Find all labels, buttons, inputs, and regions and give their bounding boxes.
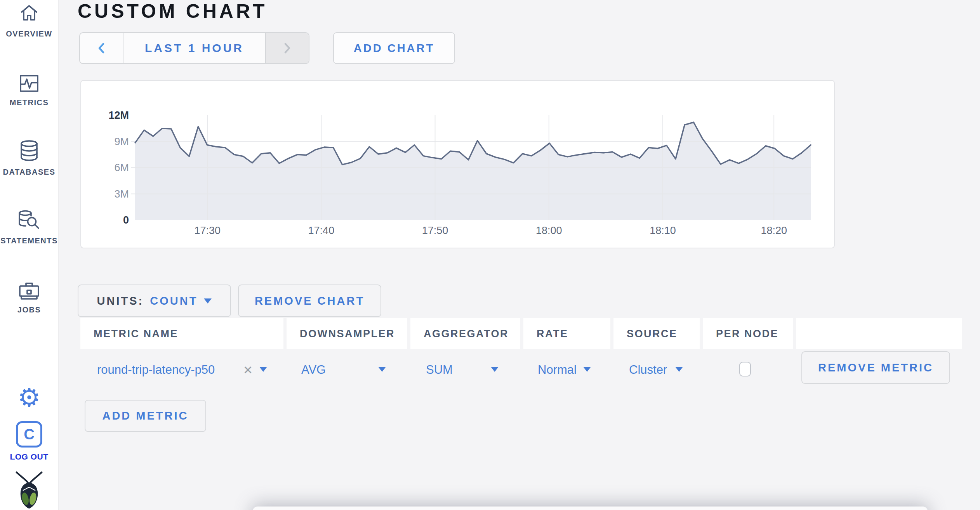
svg-text:12M: 12M	[108, 109, 129, 121]
sidebar-item-label: METRICS	[10, 98, 49, 107]
sidebar-item-label: DATABASES	[3, 168, 56, 177]
gear-icon: ⚙	[17, 384, 40, 411]
sidebar: OVERVIEW METRICS DATABASES STATEMENTS	[0, 0, 59, 510]
units-value: COUNT	[150, 295, 198, 307]
chevron-right-icon	[283, 42, 291, 54]
sidebar-item-label: OVERVIEW	[6, 29, 52, 38]
svg-text:9M: 9M	[114, 136, 129, 147]
cockroach-bug-icon	[12, 470, 46, 510]
sidebar-item-databases[interactable]: DATABASES	[0, 140, 58, 177]
aggregator-dropdown[interactable]: SUM	[426, 363, 453, 377]
aggregator-caret-icon[interactable]	[491, 367, 499, 372]
column-header-rate: RATE	[523, 318, 610, 349]
latency-chart: 17:3017:4017:5018:0018:1018:2003M6M9M12M	[81, 81, 834, 248]
sidebar-item-overview[interactable]: OVERVIEW	[0, 4, 58, 38]
sidebar-item-label: JOBS	[17, 305, 41, 314]
svg-text:18:00: 18:00	[536, 225, 562, 236]
source-caret-icon[interactable]	[675, 367, 683, 372]
downsampler-dropdown[interactable]: AVG	[301, 363, 326, 377]
svg-text:6M: 6M	[114, 162, 129, 173]
chevron-left-icon	[97, 42, 105, 54]
metrics-icon	[19, 75, 39, 92]
time-range-selector: LAST 1 HOUR	[79, 32, 309, 64]
add-metric-button[interactable]: ADD METRIC	[85, 400, 206, 432]
per-node-checkbox[interactable]	[739, 362, 751, 376]
sidebar-item-metrics[interactable]: METRICS	[0, 75, 58, 107]
svg-text:0: 0	[123, 214, 129, 226]
remove-chart-button[interactable]: REMOVE CHART	[238, 284, 381, 317]
column-header-aggregator: AGGREGATOR	[410, 318, 520, 349]
svg-text:17:50: 17:50	[422, 225, 448, 236]
sidebar-item-statements[interactable]: STATEMENTS	[0, 210, 58, 245]
cockroach-logo	[0, 470, 58, 510]
remove-metric-button[interactable]: REMOVE METRIC	[801, 351, 950, 384]
svg-text:17:40: 17:40	[308, 225, 335, 236]
column-header-actions	[796, 318, 962, 349]
next-card-shadow	[252, 507, 928, 510]
svg-text:17:30: 17:30	[194, 225, 221, 236]
time-range-prev-button[interactable]	[80, 33, 123, 63]
home-icon	[20, 4, 38, 23]
add-chart-button[interactable]: ADD CHART	[333, 32, 455, 64]
chevron-down-icon	[204, 298, 212, 304]
settings-button[interactable]: ⚙	[0, 384, 58, 411]
column-header-source: SOURCE	[613, 318, 700, 349]
column-header-metric-name: METRIC NAME	[80, 318, 283, 349]
rate-caret-icon[interactable]	[583, 367, 591, 372]
sidebar-item-jobs[interactable]: JOBS	[0, 281, 58, 314]
column-header-downsampler: DOWNSAMPLER	[287, 318, 407, 349]
logout-button[interactable]: C LOG OUT	[0, 421, 58, 461]
source-dropdown[interactable]: Cluster	[629, 363, 667, 377]
cockroach-c-icon: C	[16, 421, 42, 448]
svg-text:18:20: 18:20	[761, 225, 787, 236]
rate-dropdown[interactable]: Normal	[538, 363, 577, 377]
database-icon	[19, 140, 40, 161]
sidebar-item-label: STATEMENTS	[0, 236, 58, 245]
time-range-next-button[interactable]	[265, 33, 309, 63]
chart-card: 17:3017:4017:5018:0018:1018:2003M6M9M12M	[80, 80, 835, 248]
downsampler-caret-icon[interactable]	[378, 367, 386, 372]
metric-name-caret-icon[interactable]	[259, 367, 267, 372]
logout-label: LOG OUT	[10, 452, 48, 461]
time-range-label[interactable]: LAST 1 HOUR	[123, 33, 265, 63]
svg-text:3M: 3M	[114, 188, 129, 200]
statements-icon	[17, 210, 41, 232]
clear-metric-icon[interactable]: ✕	[243, 363, 253, 377]
units-dropdown[interactable]: UNITS: COUNT	[78, 284, 231, 317]
briefcase-icon	[18, 281, 40, 300]
page-title: CUSTOM CHART	[78, 0, 268, 23]
column-header-per-node: PER NODE	[703, 318, 793, 349]
units-label: UNITS:	[97, 295, 144, 307]
metric-name-value[interactable]: round-trip-latency-p50	[97, 363, 215, 377]
svg-text:18:10: 18:10	[650, 225, 676, 236]
